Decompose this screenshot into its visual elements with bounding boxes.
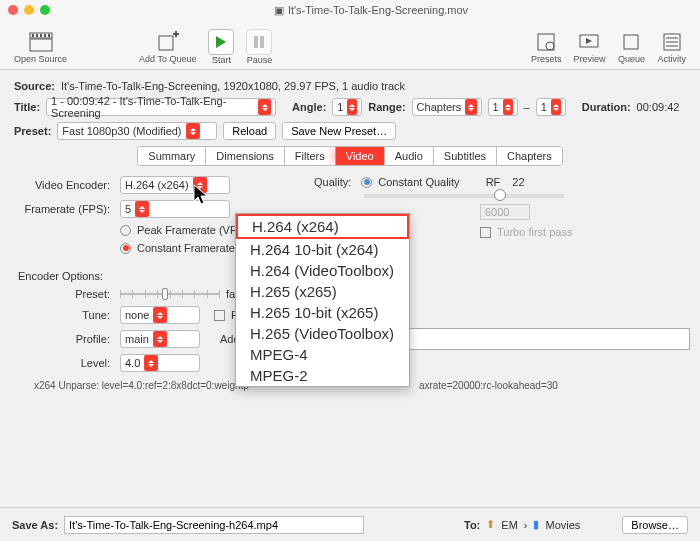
svg-rect-3: [36, 34, 38, 37]
encoder-option[interactable]: H.264 (x264): [236, 214, 409, 239]
close-window-button[interactable]: [8, 5, 18, 15]
duration-label: Duration:: [582, 101, 631, 113]
dropdown-arrow-icon: [135, 201, 149, 217]
rf-label: RF: [486, 176, 501, 188]
tab-subtitles[interactable]: Subtitles: [434, 147, 497, 165]
encoder-preset-label: Preset:: [14, 288, 114, 300]
video-encoder-value: H.264 (x264): [125, 179, 189, 191]
save-new-preset-button[interactable]: Save New Preset…: [282, 122, 396, 140]
svg-marker-16: [586, 38, 592, 44]
add-queue-icon: [154, 30, 182, 54]
peak-framerate-radio[interactable]: [120, 225, 131, 236]
add-to-queue-label: Add To Queue: [139, 54, 196, 64]
quality-slider[interactable]: [364, 194, 564, 198]
minimize-window-button[interactable]: [24, 5, 34, 15]
tab-video[interactable]: Video: [336, 147, 385, 165]
reload-button[interactable]: Reload: [223, 122, 276, 140]
folder-icon: ▮: [533, 518, 539, 531]
preset-value: Fast 1080p30 (Modified): [62, 125, 181, 137]
svg-marker-10: [216, 36, 226, 48]
framerate-label: Framerate (FPS):: [14, 203, 114, 215]
start-button[interactable]: Start: [202, 29, 240, 65]
range-from-select[interactable]: 1: [488, 98, 518, 116]
tab-summary[interactable]: Summary: [138, 147, 206, 165]
encoder-preset-slider[interactable]: [120, 293, 220, 295]
encoder-option[interactable]: H.265 (VideoToolbox): [236, 323, 409, 344]
encoder-option[interactable]: H.264 (VideoToolbox): [236, 260, 409, 281]
preview-label: Preview: [573, 54, 605, 64]
fastdecode-checkbox[interactable]: [214, 310, 225, 321]
duration-value: 00:09:42: [637, 101, 680, 113]
activity-label: Activity: [657, 54, 686, 64]
activity-icon: [658, 30, 686, 54]
constant-quality-radio[interactable]: [361, 177, 372, 188]
range-to-select[interactable]: 1: [536, 98, 566, 116]
profile-label: Profile:: [14, 333, 114, 345]
framerate-select[interactable]: 5: [120, 200, 230, 218]
save-as-input[interactable]: [64, 516, 364, 534]
svg-marker-22: [194, 185, 207, 204]
encoder-option[interactable]: MPEG-4: [236, 344, 409, 365]
range-to-value: 1: [541, 101, 547, 113]
chevron-right-icon: ›: [524, 519, 528, 531]
constant-framerate-radio[interactable]: [120, 243, 131, 254]
preview-button[interactable]: Preview: [567, 30, 611, 64]
film-icon: [27, 30, 55, 54]
queue-button[interactable]: Queue: [611, 30, 651, 64]
pause-button[interactable]: Pause: [240, 29, 278, 65]
tab-audio[interactable]: Audio: [385, 147, 434, 165]
avg-bitrate-input: 6000: [480, 204, 530, 220]
tune-value: none: [125, 309, 149, 321]
tune-select[interactable]: none: [120, 306, 200, 324]
up-arrow-icon: ⬆: [486, 518, 495, 531]
range-type-select[interactable]: Chapters: [412, 98, 482, 116]
presets-button[interactable]: Presets: [525, 30, 568, 64]
svg-rect-5: [44, 34, 46, 37]
svg-rect-11: [254, 36, 258, 48]
preset-select[interactable]: Fast 1080p30 (Modified): [57, 122, 217, 140]
pause-label: Pause: [247, 55, 273, 65]
title-select[interactable]: 1 - 00:09:42 - It's-Time-To-Talk-Eng-Scr…: [46, 98, 276, 116]
angle-select[interactable]: 1: [332, 98, 362, 116]
to-path-parent[interactable]: EM: [501, 519, 518, 531]
profile-select[interactable]: main: [120, 330, 200, 348]
dropdown-arrow-icon: [144, 355, 158, 371]
tune-label: Tune:: [14, 309, 114, 321]
presets-label: Presets: [531, 54, 562, 64]
zoom-window-button[interactable]: [40, 5, 50, 15]
tab-chapters[interactable]: Chapters: [497, 147, 562, 165]
svg-rect-17: [624, 35, 638, 49]
constant-framerate-label: Constant Framerate: [137, 242, 235, 254]
tab-filters[interactable]: Filters: [285, 147, 336, 165]
add-to-queue-button[interactable]: Add To Queue: [133, 30, 202, 64]
dropdown-arrow-icon: [503, 99, 513, 115]
rf-value: 22: [512, 176, 524, 188]
titlebar: ▣ It's-Time-To-Talk-Eng-Screening.mov: [0, 0, 700, 20]
framerate-value: 5: [125, 203, 131, 215]
svg-rect-6: [48, 34, 50, 37]
to-path-folder[interactable]: Movies: [545, 519, 580, 531]
video-encoder-select[interactable]: H.264 (x264): [120, 176, 230, 194]
svg-rect-7: [159, 36, 173, 50]
additional-options-input[interactable]: [400, 328, 690, 350]
encoder-option[interactable]: H.264 10-bit (x264): [236, 239, 409, 260]
encoder-option[interactable]: H.265 (x265): [236, 281, 409, 302]
tabs: Summary Dimensions Filters Video Audio S…: [14, 146, 686, 166]
dropdown-arrow-icon: [347, 99, 357, 115]
video-encoder-label: Video Encoder:: [14, 179, 114, 191]
tab-dimensions[interactable]: Dimensions: [206, 147, 284, 165]
range-dash: –: [524, 101, 530, 113]
encoder-option[interactable]: H.265 10-bit (x265): [236, 302, 409, 323]
browse-button[interactable]: Browse…: [622, 516, 688, 534]
dropdown-arrow-icon: [551, 99, 561, 115]
activity-button[interactable]: Activity: [651, 30, 692, 64]
bottom-bar: Save As: To: ⬆ EM › ▮ Movies Browse…: [0, 507, 700, 541]
turbo-checkbox: [480, 227, 491, 238]
open-source-button[interactable]: Open Source: [8, 30, 73, 64]
quality-label: Quality:: [314, 176, 351, 188]
encoder-option[interactable]: MPEG-2: [236, 365, 409, 386]
dropdown-arrow-icon: [186, 123, 200, 139]
play-icon: [208, 29, 234, 55]
svg-point-14: [546, 42, 554, 50]
level-select[interactable]: 4.0: [120, 354, 200, 372]
